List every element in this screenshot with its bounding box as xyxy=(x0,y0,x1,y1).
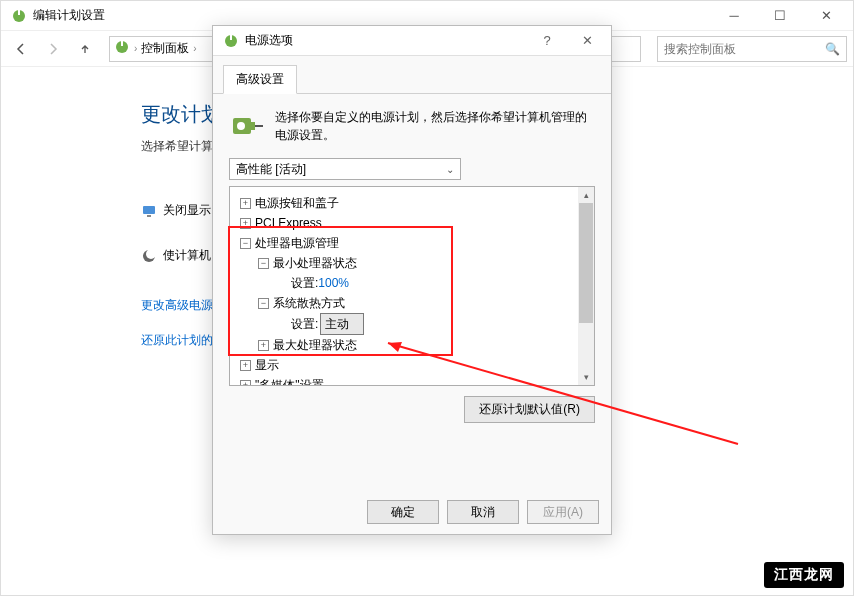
dialog-title: 电源选项 xyxy=(245,32,293,49)
window-controls: ─ ☐ ✕ xyxy=(711,1,849,31)
plan-combobox[interactable]: 高性能 [活动] ⌄ xyxy=(229,158,461,180)
dialog-buttons: 确定 取消 应用(A) xyxy=(367,500,599,524)
maximize-button[interactable]: ☐ xyxy=(757,1,803,31)
collapse-icon[interactable]: − xyxy=(258,298,269,309)
action-display-off: 关闭显示 xyxy=(141,202,211,219)
setting-value[interactable]: 100% xyxy=(318,273,349,293)
tree-node-multimedia[interactable]: +"多媒体"设置 xyxy=(234,375,590,386)
up-button[interactable] xyxy=(71,35,99,63)
description-text: 选择你要自定义的电源计划，然后选择你希望计算机管理的电源设置。 xyxy=(275,108,595,144)
moon-icon xyxy=(141,248,157,264)
action-label: 关闭显示 xyxy=(163,202,211,219)
dialog-close-button[interactable]: ✕ xyxy=(567,26,607,56)
svg-rect-9 xyxy=(230,35,232,40)
tree-node-power-buttons[interactable]: +电源按钮和盖子 xyxy=(234,193,590,213)
link-restore-plan[interactable]: 还原此计划的 xyxy=(141,332,213,349)
expand-icon[interactable]: + xyxy=(240,380,251,387)
links: 更改高级电源 还原此计划的 xyxy=(141,297,213,367)
svg-rect-4 xyxy=(143,206,155,214)
restore-row: 还原计划默认值(R) xyxy=(229,396,595,423)
monitor-icon xyxy=(141,203,157,219)
expand-icon[interactable]: + xyxy=(258,340,269,351)
svg-point-12 xyxy=(237,122,245,130)
power-options-dialog: 电源选项 ? ✕ 高级设置 选择你要自定义的电源计划，然后选择你希望计算机管理的… xyxy=(212,25,612,535)
search-icon[interactable]: 🔍 xyxy=(825,42,840,56)
svg-rect-11 xyxy=(251,122,255,130)
expand-icon[interactable]: + xyxy=(240,360,251,371)
setting-cooling-policy[interactable]: 设置:主动 xyxy=(234,313,590,335)
setting-min-processor[interactable]: 设置: 100% xyxy=(234,273,590,293)
expand-icon[interactable]: + xyxy=(240,218,251,229)
search-input[interactable] xyxy=(664,42,825,56)
scroll-up-button[interactable]: ▴ xyxy=(578,187,594,203)
collapse-icon[interactable]: − xyxy=(240,238,251,249)
expand-icon[interactable]: + xyxy=(240,198,251,209)
tree-node-cooling-policy[interactable]: −系统散热方式 xyxy=(234,293,590,313)
svg-point-7 xyxy=(146,249,156,259)
tree-node-min-processor[interactable]: −最小处理器状态 xyxy=(234,253,590,273)
help-button[interactable]: ? xyxy=(527,26,567,56)
link-advanced-power[interactable]: 更改高级电源 xyxy=(141,297,213,314)
side-actions: 关闭显示 使计算机 xyxy=(141,202,211,292)
close-button[interactable]: ✕ xyxy=(803,1,849,31)
dialog-titlebar: 电源选项 ? ✕ xyxy=(213,26,611,56)
back-button[interactable] xyxy=(7,35,35,63)
dialog-body: 选择你要自定义的电源计划，然后选择你希望计算机管理的电源设置。 高性能 [活动]… xyxy=(213,94,611,437)
action-label: 使计算机 xyxy=(163,247,211,264)
ok-button[interactable]: 确定 xyxy=(367,500,439,524)
chevron-right-icon: › xyxy=(134,43,137,54)
battery-plug-icon xyxy=(229,108,265,144)
breadcrumb-icon xyxy=(114,39,130,59)
app-icon xyxy=(11,8,27,24)
restore-defaults-button[interactable]: 还原计划默认值(R) xyxy=(464,396,595,423)
window-title: 编辑计划设置 xyxy=(33,7,105,24)
svg-rect-1 xyxy=(18,10,20,15)
tree-node-processor-power[interactable]: −处理器电源管理 xyxy=(234,233,590,253)
scrollbar[interactable]: ▴ ▾ xyxy=(578,187,594,385)
scroll-down-button[interactable]: ▾ xyxy=(578,369,594,385)
chevron-right-icon: › xyxy=(193,43,196,54)
tree-node-pci-express[interactable]: +PCI Express xyxy=(234,213,590,233)
cooling-policy-combo[interactable]: 主动 xyxy=(320,313,364,335)
tab-advanced[interactable]: 高级设置 xyxy=(223,65,297,94)
forward-button[interactable] xyxy=(39,35,67,63)
power-icon xyxy=(223,33,239,49)
tab-row: 高级设置 xyxy=(213,56,611,94)
breadcrumb-item[interactable]: 控制面板 xyxy=(141,40,189,57)
settings-tree[interactable]: +电源按钮和盖子 +PCI Express −处理器电源管理 −最小处理器状态 … xyxy=(229,186,595,386)
apply-button[interactable]: 应用(A) xyxy=(527,500,599,524)
scroll-thumb[interactable] xyxy=(579,203,593,323)
minimize-button[interactable]: ─ xyxy=(711,1,757,31)
cancel-button[interactable]: 取消 xyxy=(447,500,519,524)
svg-rect-5 xyxy=(147,215,151,217)
watermark: 江西龙网 xyxy=(764,562,844,588)
svg-rect-3 xyxy=(121,41,123,46)
description-row: 选择你要自定义的电源计划，然后选择你希望计算机管理的电源设置。 xyxy=(229,108,595,144)
chevron-down-icon: ⌄ xyxy=(446,164,454,175)
collapse-icon[interactable]: − xyxy=(258,258,269,269)
tree-node-max-processor[interactable]: +最大处理器状态 xyxy=(234,335,590,355)
tree-node-display[interactable]: +显示 xyxy=(234,355,590,375)
action-sleep: 使计算机 xyxy=(141,247,211,264)
search-box[interactable]: 🔍 xyxy=(657,36,847,62)
plan-value: 高性能 [活动] xyxy=(236,161,306,178)
